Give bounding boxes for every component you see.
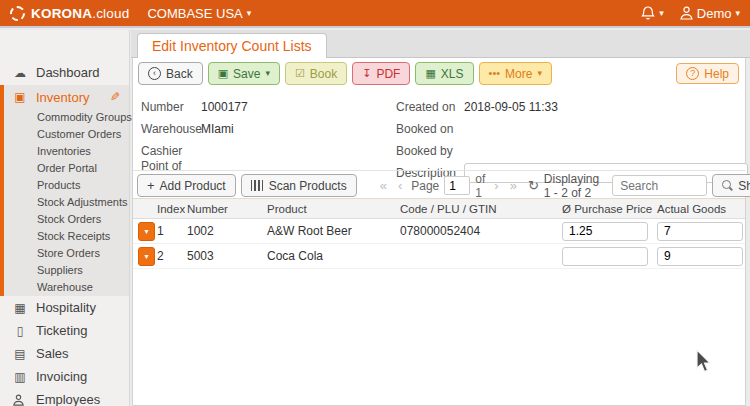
xls-button[interactable]: ▦ XLS [415,62,473,85]
grid-icon: ▦ [425,68,435,79]
sidebar-item-label: Hospitality [36,300,96,315]
sidebar-item-warehouse[interactable]: Warehouse [4,279,129,296]
add-product-button[interactable]: + Add Product [137,174,236,197]
help-button[interactable]: ? Help [676,63,739,84]
col-product[interactable]: Product [265,203,398,215]
sidebar-item-order-portal[interactable]: Order Portal [4,160,129,177]
sidebar-item-hospitality[interactable]: ▦ Hospitality [0,296,129,319]
pdf-button[interactable]: ↧ PDF [352,62,410,85]
purchase-price-input[interactable] [562,222,648,241]
korona-logo-icon [10,6,25,21]
bell-icon [641,6,655,21]
tab-edit-inventory-count-lists[interactable]: Edit Inventory Count Lists [137,33,327,59]
scan-products-label: Scan Products [269,179,347,193]
row-expander-button[interactable]: ▾ [138,247,155,266]
brand-logo[interactable]: KORONA.cloud [31,6,129,21]
sidebar-item-label: Dashboard [36,65,100,80]
created-on-value: 2018-09-05 11:33 [458,100,558,114]
sidebar-item-stock-adjustments[interactable]: Stock Adjustments [4,194,129,211]
more-label: More [505,67,532,81]
help-label: Help [704,67,729,81]
notifications-menu[interactable]: ▾ [641,6,664,21]
col-code[interactable]: Code / PLU / GTIN [398,203,560,215]
sidebar-item-customer-orders[interactable]: Customer Orders [4,126,129,143]
first-page-button[interactable]: « [376,178,391,193]
sales-icon: ▤ [13,347,27,361]
back-button[interactable]: ‹ Back [138,62,203,85]
save-label: Save [233,67,260,81]
chevron-down-icon: ▾ [735,9,740,18]
sidebar-item-commodity-groups[interactable]: Commodity Groups [4,109,129,126]
invoicing-icon: ▥ [13,370,27,384]
content-card: ‹ Back ▣ Save ▾ ☑ Book ↧ PDF ▦ XLS ••• [132,58,746,406]
add-product-label: Add Product [160,179,226,193]
cell-index: 2 [155,249,185,263]
sidebar-item-label: Sales [36,346,69,361]
show-nominal-goods-button[interactable]: Show Nominal Goods [712,174,750,197]
user-menu[interactable]: Demo ▾ [680,6,740,21]
sidebar-item-invoicing[interactable]: ▥ Invoicing [0,365,129,388]
user-name: Demo [697,6,732,21]
sidebar-item-dashboard[interactable]: ☁ Dashboard [0,61,129,84]
sidebar-item-suppliers[interactable]: Suppliers [4,262,129,279]
purchase-price-input[interactable] [562,247,648,266]
cell-number: 5003 [185,249,265,263]
booked-by-label: Booked by [396,144,458,158]
sidebar-item-inventory[interactable]: ▣ Inventory ✎ [4,85,129,109]
ellipsis-icon: ••• [489,68,501,79]
last-page-button[interactable]: » [506,178,521,193]
warehouse-label: Warehouse [141,122,201,136]
created-on-label: Created on [396,100,458,114]
cashier-label: Cashier [141,144,201,158]
table-row: ▾ 1 1002 A&W Root Beer 078000052404 [133,219,745,244]
chevron-down-icon: ▾ [247,9,252,18]
col-purchase-price[interactable]: Ø Purchase Price [560,203,655,215]
search-input[interactable] [612,175,707,196]
pencil-icon[interactable]: ✎ [110,90,120,104]
main-content: Edit Inventory Count Lists ‹ Back ▣ Save… [131,30,750,406]
col-actual-goods[interactable]: Actual Goods [655,203,745,215]
col-number[interactable]: Number [185,203,265,215]
next-page-button[interactable]: › [490,178,502,193]
list-toolbar: + Add Product Scan Products « ‹ Page of … [137,173,741,198]
employees-icon [13,394,27,406]
cell-index: 1 [155,224,185,238]
chevron-down-icon: ▾ [659,9,664,18]
refresh-icon[interactable]: ↻ [528,178,539,193]
sidebar-item-store-orders[interactable]: Store Orders [4,245,129,262]
scan-products-button[interactable]: Scan Products [241,174,357,197]
sidebar-item-ticketing[interactable]: ▯ Ticketing [0,319,129,342]
prev-page-button[interactable]: ‹ [394,178,406,193]
pdf-label: PDF [376,67,400,81]
cell-number: 1002 [185,224,265,238]
actual-goods-input[interactable] [657,222,743,241]
sidebar-item-inventories[interactable]: Inventories [4,143,129,160]
sidebar-item-products[interactable]: Products [4,177,129,194]
row-expander-button[interactable]: ▾ [138,222,155,241]
ticketing-icon: ▯ [13,324,27,338]
cell-product: A&W Root Beer [265,224,398,238]
sidebar-item-employees[interactable]: Employees [0,388,129,406]
table-header: Index ↑ Number Product Code / PLU / GTIN… [133,198,745,219]
save-button[interactable]: ▣ Save ▾ [208,62,280,85]
col-index[interactable]: Index ↑ [155,203,185,215]
book-button[interactable]: ☑ Book [285,62,347,85]
search-icon [722,180,733,191]
hospitality-icon: ▦ [13,301,27,315]
save-icon: ▣ [218,68,228,79]
inventory-icon: ▣ [13,90,27,104]
plus-icon: + [147,179,155,192]
sidebar-item-sales[interactable]: ▤ Sales [0,342,129,365]
page-input[interactable] [444,176,470,195]
sidebar-item-label: Employees [36,392,100,406]
book-icon: ☑ [295,68,305,79]
more-button[interactable]: ••• More ▾ [479,62,552,85]
displaying-count: Displaying 1 - 2 of 2 [544,172,599,200]
toolbar: ‹ Back ▣ Save ▾ ☑ Book ↧ PDF ▦ XLS ••• [138,62,552,85]
sidebar-item-stock-orders[interactable]: Stock Orders [4,211,129,228]
book-label: Book [310,67,337,81]
company-menu[interactable]: COMBASE USA ▾ [147,6,251,21]
actual-goods-input[interactable] [657,247,743,266]
page-of-label: of 1 [475,172,485,200]
sidebar-item-stock-receipts[interactable]: Stock Receipts [4,228,129,245]
